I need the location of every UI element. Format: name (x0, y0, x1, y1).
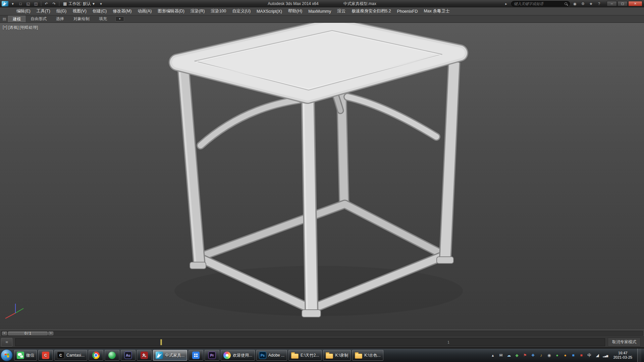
tray-ime-icon[interactable]: 中 (587, 353, 592, 358)
workspace-selector[interactable]: ▦ 工作区: 默认 ▾ (61, 1, 97, 7)
welcome-app-icon (223, 352, 231, 359)
help-icon[interactable]: ? (596, 2, 602, 6)
taskbar-button-audition[interactable]: Au (121, 350, 136, 361)
tab-modeling[interactable]: 建模 (8, 16, 25, 22)
menu-item-help[interactable]: 帮助(H) (285, 7, 305, 15)
tray-mail-icon[interactable]: ✉ (498, 353, 504, 358)
perspective-viewport[interactable]: [+] [透视] [明暗处理] (0, 23, 644, 329)
taskbar-button-label: K:\录制 (335, 353, 348, 358)
track-bar-row: ≈ 1 取消专家模式 (0, 337, 644, 347)
minimize-button[interactable]: ─ (607, 1, 617, 6)
viewport-menu-plus[interactable]: [+] (3, 25, 7, 31)
ribbon-more-dropdown[interactable]: ▾ (115, 16, 124, 21)
menu-item-edit[interactable]: 编辑(E) (13, 7, 34, 15)
tray-cloud-icon[interactable]: ☁ (506, 353, 512, 358)
tray-red-app-icon[interactable]: ■ (579, 353, 584, 358)
menu-item-customize[interactable]: 自定义(U) (229, 7, 254, 15)
menu-item-slim-archive[interactable]: 极速瘦身安全归档5.2 (348, 7, 394, 15)
taskbar-button-folder-k-record[interactable]: K:\录制 (323, 350, 351, 361)
tab-selection[interactable]: 选择 (52, 16, 68, 22)
time-slider-track[interactable]: < 0 / 1 > (1, 331, 643, 336)
search-icon[interactable] (565, 2, 567, 5)
taskbar-button-red-c-app[interactable]: C (38, 350, 53, 361)
menu-item-rendering[interactable]: 渲染(R) (187, 7, 208, 15)
track-bar[interactable]: 1 (15, 338, 605, 346)
tab-populate[interactable]: 填充 (95, 16, 111, 22)
taskbar-button-3dsmax[interactable]: 中式家具... (153, 350, 187, 361)
taskbar-clock[interactable]: 16:47 2021-03-25 (611, 351, 635, 360)
taskbar-button-folder-e[interactable]: E:\天竹2... (288, 350, 322, 361)
open-file-icon[interactable]: ◱ (25, 1, 32, 7)
time-slider-handle[interactable]: 0 / 1 (8, 331, 48, 335)
track-key-marker[interactable] (160, 339, 162, 345)
menu-item-antivirus[interactable]: Max 杀毒卫士 (421, 7, 452, 15)
close-button[interactable]: ✕ (628, 1, 642, 6)
app-logo[interactable] (2, 1, 8, 6)
tab-freeform[interactable]: 自由形式 (26, 16, 51, 22)
new-scene-icon[interactable]: □ (17, 1, 24, 7)
menu-item-animation[interactable]: 动画(A) (135, 7, 155, 15)
signin-icon[interactable]: ◉ (572, 2, 578, 6)
menu-item-views[interactable]: 视图(V) (69, 7, 90, 15)
tray-blue-app-icon[interactable]: ■ (571, 353, 576, 358)
cancel-expert-mode-button[interactable]: 取消专家模式 (608, 338, 641, 347)
tray-chat-icon[interactable]: ❖ (530, 353, 536, 358)
tray-disc-icon[interactable]: ◉ (546, 353, 552, 358)
previous-frame-button[interactable]: < (2, 331, 7, 335)
menu-item-render100[interactable]: 渲染100 (208, 7, 229, 15)
taskbar-button-bluedoc[interactable] (189, 350, 203, 361)
viewport-menu-pov[interactable]: [透视] (8, 25, 19, 31)
show-desktop-button[interactable] (637, 349, 641, 362)
save-file-icon[interactable]: ◫ (33, 1, 39, 7)
taskbar-button-camtasia[interactable]: C Camtasi... (54, 350, 87, 361)
taskbar-button-premiere[interactable]: Pr (205, 350, 219, 361)
taskbar-button-chrome[interactable] (89, 350, 103, 361)
search-input[interactable] (514, 2, 563, 6)
next-frame-button[interactable]: > (48, 331, 53, 335)
settings-icon[interactable]: ⚙ (580, 2, 586, 6)
titlebar: ▾ □ ◱ ◫ ↶ ↷ ▦ 工作区: 默认 ▾ ▾ Autodesk 3ds M… (0, 0, 644, 7)
taskbar-button-photoshop[interactable]: Ps Adobe ... (256, 350, 287, 361)
menu-item-modifiers[interactable]: 修改器(M) (110, 7, 135, 15)
viewport-menu-shading[interactable]: [明暗处理] (19, 25, 38, 31)
ribbon-panel-icon[interactable]: ▤ (1, 17, 7, 21)
menu-item-create[interactable]: 创建(C) (90, 7, 110, 15)
menu-item-renderyun[interactable]: 渲云 (334, 7, 348, 15)
taskbar-button-wechat[interactable]: 微信 (14, 350, 37, 361)
menu-item-group[interactable]: 组(G) (53, 7, 70, 15)
favorites-icon[interactable]: ★ (588, 2, 594, 6)
menu-item-graph-editors[interactable]: 图形编辑器(D) (155, 7, 187, 15)
menu-item-phoenixfd[interactable]: PhoenixFD (394, 7, 421, 15)
taskbar-button-label: 中式家具... (165, 353, 184, 358)
menu-item-maxscript[interactable]: MAXScript(X) (254, 7, 285, 15)
taskbar-button-wan-app[interactable]: 丸 (137, 350, 152, 361)
tray-flag-icon[interactable]: ⚑ (522, 353, 528, 358)
taskbar-button-welcome[interactable]: 欢迎使用... (221, 350, 255, 361)
redo-icon[interactable]: ↷ (51, 1, 57, 7)
taskbar-button-folder-k-antique[interactable]: K:\古色... (352, 350, 383, 361)
maximize-button[interactable]: ▢ (618, 1, 628, 6)
audition-icon: Au (124, 352, 132, 359)
search-box[interactable] (511, 1, 570, 6)
taskbar-button-360-browser[interactable] (105, 350, 119, 361)
menu-item-maxmummy[interactable]: MaxMummy (305, 7, 334, 15)
tray-orange-app-icon[interactable]: ● (562, 353, 568, 358)
tab-object-paint[interactable]: 对象绘制 (69, 16, 94, 22)
viewport-canvas[interactable] (0, 23, 644, 329)
tray-volume-icon[interactable]: ◢ (595, 353, 600, 358)
tray-green-app-icon[interactable]: ● (554, 353, 560, 358)
tray-network-icon[interactable]: ▂▄▆ (603, 353, 608, 358)
qat-overflow-button[interactable]: ▾ (98, 1, 104, 7)
viewport-label: [+] [透视] [明暗处理] (3, 25, 38, 31)
mini-curve-editor-button[interactable]: ≈ (1, 338, 12, 347)
app-menu-dropdown-icon[interactable]: ▾ (9, 1, 16, 7)
start-button[interactable] (1, 349, 13, 361)
tray-expand-icon[interactable]: ▴ (490, 353, 496, 358)
tray-music-icon[interactable]: ♪ (538, 353, 544, 358)
taskbar-button-label: K:\古色... (364, 353, 381, 358)
undo-icon[interactable]: ↶ (43, 1, 50, 7)
document-title: 中式家具模型.max (343, 1, 376, 7)
menu-item-tools[interactable]: 工具(T) (34, 7, 53, 15)
infocenter-collapse-icon[interactable]: ▸ (503, 2, 509, 6)
tray-shield-icon[interactable]: ◆ (514, 353, 520, 358)
